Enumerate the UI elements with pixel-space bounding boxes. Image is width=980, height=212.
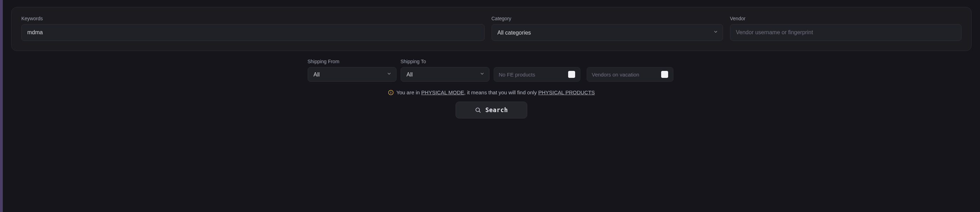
info-icon [388,90,394,95]
vacation-checkbox[interactable]: Vendors on vacation [587,67,673,82]
category-label: Category [492,16,723,21]
notice-products: PHYSICAL PRODUCTS [538,89,595,95]
checkbox-square-icon [661,71,668,78]
mode-notice: You are in PHYSICAL MODE, it means that … [11,89,972,95]
search-panel: Keywords Category All categories Vendor [11,7,972,51]
shipping-from-field: Shipping From All [308,59,396,82]
left-accent-bar [0,0,3,212]
keywords-input[interactable] [21,24,485,41]
no-fe-label: No FE products [499,71,535,78]
category-select-wrap: All categories [492,24,723,41]
shipping-to-select-wrap: All [401,67,490,82]
shipping-from-label: Shipping From [308,59,396,64]
svg-line-4 [479,111,480,112]
keywords-label: Keywords [21,16,485,21]
vendor-field: Vendor [730,16,961,41]
shipping-from-select-wrap: All [308,67,396,82]
filters-row: Shipping From All Shipping To All [11,59,972,82]
keywords-field: Keywords [21,16,485,41]
vacation-label: Vendors on vacation [592,71,640,78]
vendor-input[interactable] [730,24,961,41]
shipping-to-select[interactable]: All [401,67,490,82]
shipping-from-select[interactable]: All [308,67,396,82]
search-button[interactable]: Search [455,102,527,119]
vendor-label: Vendor [730,16,961,21]
category-select[interactable]: All categories [492,24,723,41]
notice-text: You are in PHYSICAL MODE, it means that … [396,89,595,95]
category-field: Category All categories [492,16,723,41]
no-fe-field: No FE products [494,59,582,82]
checkbox-square-icon [568,71,575,78]
no-fe-checkbox[interactable]: No FE products [494,67,581,82]
notice-mid: , it means that you will find only [464,89,538,95]
notice-mode: PHYSICAL MODE [421,89,464,95]
notice-pre: You are in [396,89,421,95]
search-icon [475,107,481,113]
vacation-field: Vendors on vacation [587,59,676,82]
search-button-label: Search [485,106,508,114]
main-area: Keywords Category All categories Vendor … [3,0,980,212]
search-button-wrap: Search [11,102,972,119]
shipping-to-label: Shipping To [401,59,490,64]
shipping-to-field: Shipping To All [401,59,490,82]
